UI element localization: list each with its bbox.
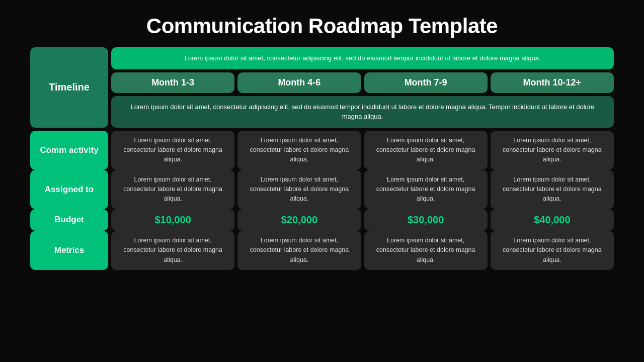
- label-2: Budget: [30, 209, 108, 231]
- month-3-header: Month 7-9: [364, 72, 488, 93]
- label-3: Metrics: [30, 231, 108, 270]
- row-assigned-to: Assigned toLorem ipsum dolor sit amet, c…: [30, 170, 614, 209]
- page-title: Communication Roadmap Template: [146, 0, 498, 47]
- label-1: Assigned to: [30, 170, 108, 209]
- cell-2-1: $20,000: [237, 209, 361, 231]
- month-2-header: Month 4-6: [237, 72, 361, 93]
- timeline-label: Timeline: [30, 47, 108, 128]
- cell-2-0: $10,000: [111, 209, 234, 231]
- row-comm-activity: Comm activityLorem ipsum dolor sit amet,…: [30, 131, 614, 170]
- cell-3-0: Lorem ipsum dolor sit amet, consectetur …: [111, 231, 234, 270]
- timeline-description-bottom: Lorem ipsum dolor sit amet, consectetur …: [111, 96, 614, 128]
- row-budget: Budget$10,000$20,000$30,000$40,000: [30, 209, 614, 231]
- cell-1-0: Lorem ipsum dolor sit amet, consectetur …: [111, 170, 234, 209]
- timeline-subrow-1: Lorem ipsum dolor sit amet, consectetur …: [111, 47, 614, 69]
- timeline-row: Timeline Lorem ipsum dolor sit amet, con…: [30, 47, 614, 128]
- cell-1-3: Lorem ipsum dolor sit amet, consectetur …: [491, 170, 614, 209]
- month-1-header: Month 1-3: [111, 72, 234, 93]
- cell-0-3: Lorem ipsum dolor sit amet, consectetur …: [491, 131, 614, 170]
- month-4-header: Month 10-12+: [491, 72, 614, 93]
- cell-2-2: $30,000: [364, 209, 488, 231]
- cell-2-3: $40,000: [491, 209, 614, 231]
- cell-1-2: Lorem ipsum dolor sit amet, consectetur …: [364, 170, 488, 209]
- cell-3-3: Lorem ipsum dolor sit amet, consectetur …: [491, 231, 614, 270]
- cell-1-1: Lorem ipsum dolor sit amet, consectetur …: [237, 170, 361, 209]
- timeline-description-top: Lorem ipsum dolor sit amet, consectetur …: [111, 47, 614, 69]
- cell-0-1: Lorem ipsum dolor sit amet, consectetur …: [237, 131, 361, 170]
- roadmap-table: Timeline Lorem ipsum dolor sit amet, con…: [30, 47, 614, 270]
- row-metrics: MetricsLorem ipsum dolor sit amet, conse…: [30, 231, 614, 270]
- label-0: Comm activity: [30, 131, 108, 170]
- timeline-months-row: Month 1-3 Month 4-6 Month 7-9 Month 10-1…: [111, 72, 614, 93]
- timeline-subrow-3: Lorem ipsum dolor sit amet, consectetur …: [111, 96, 614, 128]
- cell-0-2: Lorem ipsum dolor sit amet, consectetur …: [364, 131, 488, 170]
- timeline-sub-rows: Lorem ipsum dolor sit amet, consectetur …: [111, 47, 614, 128]
- cell-0-0: Lorem ipsum dolor sit amet, consectetur …: [111, 131, 234, 170]
- cell-3-2: Lorem ipsum dolor sit amet, consectetur …: [364, 231, 488, 270]
- cell-3-1: Lorem ipsum dolor sit amet, consectetur …: [237, 231, 361, 270]
